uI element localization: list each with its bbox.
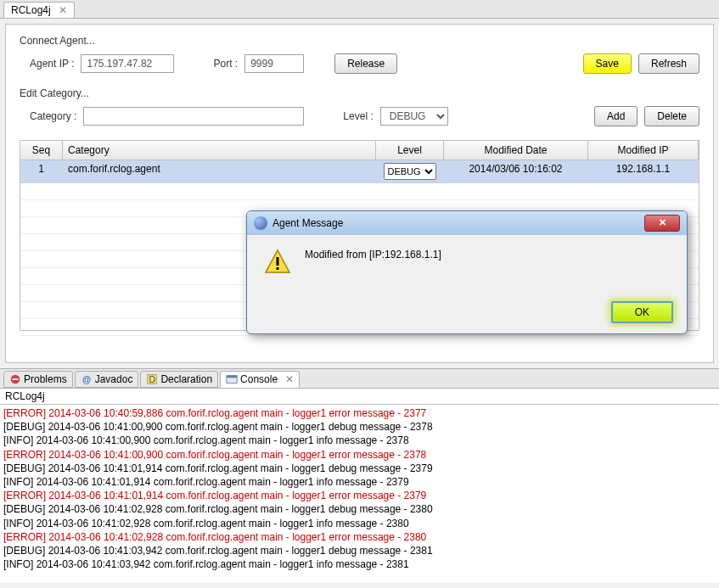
log-line: [DEBUG] 2014-03-06 10:41:00,900 com.fori… xyxy=(3,420,716,434)
problems-icon xyxy=(9,373,21,385)
svg-rect-1 xyxy=(13,378,19,380)
log-line: [DEBUG] 2014-03-06 10:41:03,942 com.fori… xyxy=(3,544,716,557)
release-button[interactable]: Release xyxy=(334,53,397,74)
log-line: [INFO] 2014-03-06 10:41:00,900 com.forif… xyxy=(3,434,716,447)
agent-ip-input[interactable] xyxy=(81,54,174,73)
port-input[interactable] xyxy=(244,54,304,73)
tab-javadoc[interactable]: @ Javadoc xyxy=(75,371,139,388)
eclipse-icon xyxy=(254,216,267,230)
th-level[interactable]: Level xyxy=(376,141,444,160)
svg-rect-6 xyxy=(227,376,237,378)
log-line: [ERROR] 2014-03-06 10:41:01,914 com.fori… xyxy=(3,489,716,502)
log-line: [ERROR] 2014-03-06 10:41:00,900 com.fori… xyxy=(3,448,716,462)
tab-label: Declaration xyxy=(160,373,212,385)
close-icon[interactable]: ✕ xyxy=(59,4,67,16)
tab-problems[interactable]: Problems xyxy=(3,371,73,388)
svg-text:D: D xyxy=(149,374,156,384)
add-button[interactable]: Add xyxy=(594,106,638,126)
editor-tab-bar: RCLog4j ✕ xyxy=(0,0,719,19)
log-line: [INFO] 2014-03-06 10:41:03,942 com.forif… xyxy=(3,557,716,571)
table-row[interactable]: 1com.forif.rclog.agentDEBUG2014/03/06 10… xyxy=(20,160,699,183)
cell-seq: 1 xyxy=(20,160,63,182)
bottom-view-tabs: Problems @ Javadoc D Declaration Console… xyxy=(0,368,719,389)
svg-rect-9 xyxy=(277,267,279,270)
connect-agent-row: Agent IP : Port : Release Save Refresh xyxy=(20,53,699,74)
th-category[interactable]: Category xyxy=(63,141,376,160)
dialog-titlebar[interactable]: Agent Message ✕ xyxy=(247,211,687,235)
level-select[interactable]: DEBUG xyxy=(380,107,448,126)
console-output[interactable]: [ERROR] 2014-03-06 10:40:59,886 com.fori… xyxy=(0,405,719,583)
connect-agent-label: Connect Agent... xyxy=(20,35,699,47)
dialog-title: Agent Message xyxy=(272,217,644,229)
tab-rclog4j[interactable]: RCLog4j ✕ xyxy=(3,2,75,18)
dialog-close-button[interactable]: ✕ xyxy=(644,215,680,232)
tab-declaration[interactable]: D Declaration xyxy=(140,371,218,388)
log-line: [DEBUG] 2014-03-06 10:41:01,914 com.fori… xyxy=(3,462,716,475)
cell-category: com.forif.rclog.agent xyxy=(63,160,376,182)
agent-ip-label: Agent IP : xyxy=(30,58,74,70)
tab-label: Javadoc xyxy=(95,373,133,385)
dialog-body: Modified from [IP:192.168.1.1] xyxy=(247,235,687,294)
level-label: Level : xyxy=(343,110,373,122)
table-header: Seq Category Level Modified Date Modifie… xyxy=(20,141,699,160)
refresh-button[interactable]: Refresh xyxy=(638,53,699,74)
console-subtitle: RCLog4j xyxy=(0,389,719,405)
declaration-icon: D xyxy=(146,373,158,385)
tab-label: RCLog4j xyxy=(11,4,51,16)
th-date[interactable]: Modified Date xyxy=(444,141,588,160)
delete-button[interactable]: Delete xyxy=(644,106,699,126)
category-input[interactable] xyxy=(83,107,304,126)
port-label: Port : xyxy=(213,58,238,70)
save-button[interactable]: Save xyxy=(583,53,632,74)
th-ip[interactable]: Modified IP xyxy=(588,141,699,160)
tab-label: Console xyxy=(240,373,278,385)
cell-ip: 192.168.1.1 xyxy=(588,160,699,182)
ok-button[interactable]: OK xyxy=(611,301,673,323)
cell-level[interactable]: DEBUG xyxy=(376,160,444,182)
console-icon xyxy=(226,373,238,385)
dialog-message: Modified from [IP:192.168.1.1] xyxy=(305,249,441,260)
svg-text:@: @ xyxy=(81,374,91,384)
javadoc-icon: @ xyxy=(81,373,93,385)
row-level-select[interactable]: DEBUG xyxy=(384,163,436,180)
edit-category-label: Edit Category... xyxy=(20,87,699,99)
cell-date: 2014/03/06 10:16:02 xyxy=(444,160,588,182)
tab-label: Problems xyxy=(24,373,67,385)
svg-rect-8 xyxy=(277,257,279,266)
close-icon[interactable]: ✕ xyxy=(285,373,294,385)
tab-console[interactable]: Console ✕ xyxy=(220,371,300,388)
category-label: Category : xyxy=(30,110,76,122)
warning-icon xyxy=(264,249,291,276)
edit-category-row: Category : Level : DEBUG Add Delete xyxy=(20,106,699,126)
log-line: [ERROR] 2014-03-06 10:41:02,928 com.fori… xyxy=(3,530,716,544)
log-line: [INFO] 2014-03-06 10:41:02,928 com.forif… xyxy=(3,517,716,530)
dialog-footer: OK xyxy=(247,294,687,333)
agent-message-dialog: Agent Message ✕ Modified from [IP:192.16… xyxy=(246,210,688,334)
log-line: [DEBUG] 2014-03-06 10:41:02,928 com.fori… xyxy=(3,502,716,516)
log-line: [INFO] 2014-03-06 10:41:01,914 com.forif… xyxy=(3,475,716,489)
th-seq[interactable]: Seq xyxy=(20,141,63,160)
log-line: [ERROR] 2014-03-06 10:40:59,886 com.fori… xyxy=(3,406,716,420)
